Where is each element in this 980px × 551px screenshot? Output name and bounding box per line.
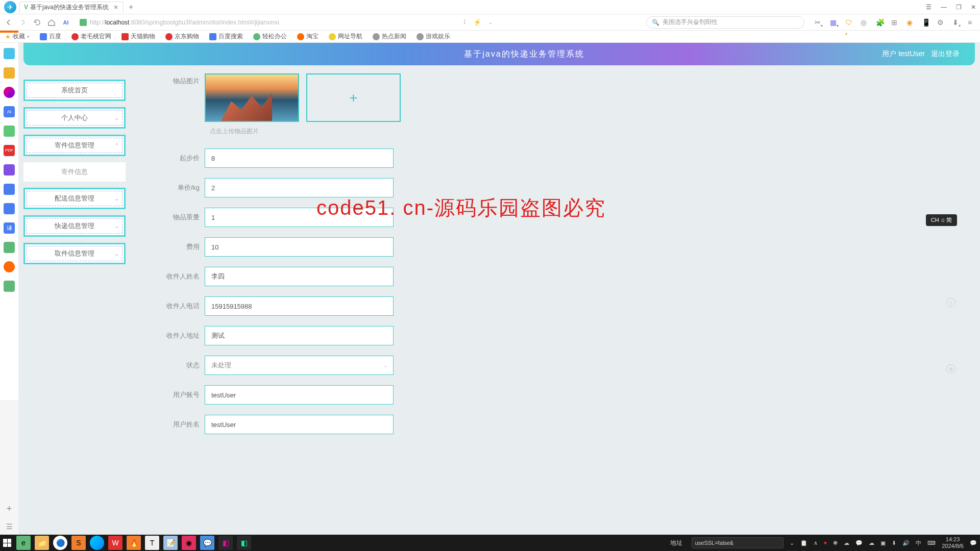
user-name-input[interactable] (205, 415, 394, 434)
sidebar-item-home[interactable]: 系统首页 (23, 80, 126, 101)
minimize-icon[interactable]: — (941, 4, 947, 11)
circle-icon[interactable]: ◉ (906, 18, 915, 27)
dock-mail-icon[interactable] (4, 281, 15, 292)
new-tab-button[interactable]: + (129, 3, 133, 12)
browser-logo-icon[interactable]: ✈ (4, 1, 16, 13)
dock-msg-icon[interactable] (4, 203, 15, 214)
sidebar-subitem-shipping-info[interactable]: 寄件信息 (23, 162, 126, 182)
taskbar-app-edge2[interactable] (90, 536, 104, 550)
taskbar-app-chrome[interactable]: 🔵 (53, 536, 67, 550)
sidebar-item-delivery[interactable]: 配送信息管理⌄ (23, 188, 126, 209)
close-window-icon[interactable]: ✕ (971, 4, 976, 11)
dock-add-icon[interactable]: + (7, 504, 12, 514)
tray-flower-icon[interactable]: ❋ (833, 540, 838, 546)
dock-app-icon[interactable] (4, 48, 15, 59)
tray-fire-icon[interactable]: ♥ (824, 540, 827, 546)
receiver-phone-input[interactable] (205, 296, 394, 316)
status-select[interactable]: 未处理⌄ (205, 356, 394, 375)
bookmark-item[interactable]: 淘宝 (297, 32, 318, 41)
puzzle-icon[interactable]: 🧩 (876, 18, 884, 27)
taskbar-app-red[interactable]: ◉ (182, 536, 196, 550)
window-menu-icon[interactable]: ☰ (926, 4, 932, 11)
sidebar-item-express[interactable]: 快递信息管理⌄ (23, 215, 126, 237)
ime-badge[interactable]: CH ♫ 简 (926, 214, 957, 226)
bookmark-item[interactable]: 网址导航 (329, 32, 362, 41)
tray-notification-icon[interactable]: 💬 (970, 540, 977, 546)
bookmark-item[interactable]: 天猫购物 (121, 32, 155, 41)
scissors-icon[interactable]: ✂▾ (815, 18, 823, 27)
dock-star-icon[interactable] (4, 67, 15, 79)
taskbar-app-wps[interactable]: W (108, 536, 122, 550)
forward-button[interactable] (18, 18, 28, 27)
tray-sogou-icon[interactable]: ⌨ (927, 540, 936, 546)
fee-input[interactable] (205, 237, 394, 257)
dock-list-icon[interactable]: ☰ (6, 522, 13, 531)
dock-weibo-icon[interactable] (4, 261, 15, 272)
dock-chat-icon[interactable] (4, 126, 15, 137)
tray-volume-icon[interactable]: 🔊 (902, 540, 910, 546)
taskbar-app-edge[interactable]: e (16, 536, 31, 550)
target-icon[interactable]: ◎ (861, 18, 869, 27)
item-image-thumbnail[interactable] (205, 73, 299, 122)
dropdown-icon[interactable]: ⌄ (488, 19, 493, 25)
tray-cloud-icon[interactable]: ☁ (844, 540, 849, 546)
reload-button[interactable] (33, 18, 42, 27)
bookmark-item[interactable]: 热点新闻 (373, 32, 406, 41)
bookmark-item[interactable]: 游戏娱乐 (416, 32, 450, 41)
mobile-icon[interactable]: 📱 (922, 18, 930, 27)
user-account-input[interactable] (205, 385, 394, 405)
dock-translate-icon[interactable]: 译 (4, 222, 15, 234)
favorites-label[interactable]: ★收藏▾ (5, 32, 30, 41)
dock-qr-icon[interactable] (4, 242, 15, 253)
home-button[interactable] (47, 18, 56, 27)
bookmark-item[interactable]: 轻松办公 (253, 32, 287, 41)
bookmark-item[interactable]: 百度搜索 (209, 32, 243, 41)
help2-icon[interactable]: ⊕ (946, 364, 955, 373)
start-price-input[interactable] (205, 148, 394, 168)
bookmark-item[interactable]: 京东购物 (165, 32, 199, 41)
tray-dropdown-icon[interactable]: ⌄ (790, 540, 794, 546)
dock-ai2-icon[interactable]: AI (4, 106, 15, 117)
tray-cloud2-icon[interactable]: ☁ (869, 540, 874, 546)
bookmark-item[interactable]: 百度 (40, 32, 61, 41)
back-button[interactable] (4, 18, 13, 27)
tray-copy-icon[interactable]: 📋 (800, 540, 807, 546)
dock-pdf-icon[interactable]: PDF (4, 145, 15, 156)
taskbar-app-notes[interactable]: 📝 (163, 536, 178, 550)
dock-doc-icon[interactable] (4, 184, 15, 195)
taskbar-app-ide2[interactable]: ◧ (237, 536, 251, 550)
dock-ai-icon[interactable] (4, 87, 15, 98)
search-input[interactable]: 🔍 美国选手兴奋剂阳性 (646, 16, 804, 29)
sidebar-item-pickup[interactable]: 取件信息管理⌄ (23, 243, 126, 264)
sidebar-item-shipping[interactable]: 寄件信息管理⌃ (23, 135, 126, 156)
dock-video-icon[interactable] (4, 164, 15, 176)
maximize-icon[interactable]: ❐ (956, 4, 962, 11)
tray-clock[interactable]: 14:23 2024/8/6 (942, 536, 964, 549)
add-image-button[interactable]: + (306, 73, 401, 122)
tray-up-icon[interactable]: ∧ (814, 540, 818, 546)
taskbar-app-ide1[interactable]: ◧ (218, 536, 233, 550)
start-button[interactable] (3, 539, 11, 547)
taskbar-app-explorer[interactable]: 📁 (35, 536, 49, 550)
browser-tab[interactable]: V 基于java的快递业务管理系统 (19, 2, 124, 13)
ai-icon[interactable]: AI (61, 18, 70, 27)
download-icon[interactable]: ⬇▾ (952, 18, 961, 27)
flash-icon[interactable]: ⚡ (473, 18, 481, 26)
tray-ime-icon[interactable]: 中 (916, 539, 921, 547)
taskbar-app-flame[interactable]: 🔥 (127, 536, 141, 550)
tray-screen-icon[interactable]: ▣ (880, 540, 886, 546)
help-icon[interactable]: ♫ (946, 298, 955, 307)
translate-icon[interactable]: ⠸ (461, 19, 466, 26)
grid-icon[interactable]: ▦▾ (830, 18, 838, 27)
bookmark-item[interactable]: 老毛桃官网 (71, 32, 111, 41)
receiver-addr-input[interactable] (205, 326, 394, 345)
gear-icon[interactable]: ⚙ (937, 18, 945, 27)
taskbar-app-sublime[interactable]: S (71, 536, 86, 550)
taskbar-app-chat[interactable]: 💬 (200, 536, 214, 550)
sidebar-item-profile[interactable]: 个人中心⌄ (23, 107, 126, 129)
shield2-icon[interactable]: 🛡▾ (845, 18, 853, 27)
address-bar[interactable]: http:// localhost :8080/springbootgbu3f/… (76, 16, 453, 29)
receiver-name-input[interactable] (205, 267, 394, 286)
taskbar-app-text[interactable]: T (145, 536, 159, 550)
close-icon[interactable] (113, 4, 119, 10)
